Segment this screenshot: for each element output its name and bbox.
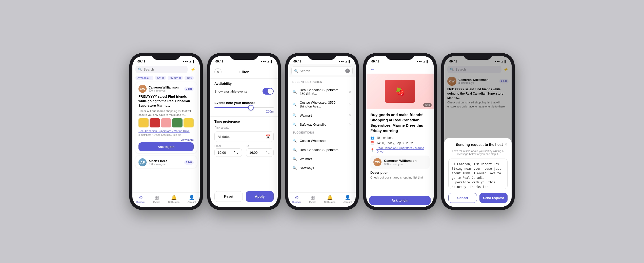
view-more[interactable]: View more: [135, 138, 197, 142]
grocery-img-3: [161, 118, 171, 127]
date-picker[interactable]: All dates 📅: [214, 132, 274, 142]
suggestion-2[interactable]: 🔍 Real Canadian Superstore: [288, 145, 356, 154]
ask-to-join-btn-4[interactable]: Ask to join: [369, 196, 431, 205]
delete-icon-1[interactable]: ✕: [349, 90, 352, 94]
from-value: 10:00: [218, 151, 226, 155]
suggestion-3[interactable]: 🔍 Walmart: [288, 154, 356, 163]
phone1-content: 🔍 ⚡ Available✕ Sat✕ >500m✕: [132, 64, 200, 192]
product-visual: 🍓: [385, 80, 415, 103]
reset-button[interactable]: Reset: [214, 191, 243, 202]
search-input-1[interactable]: [144, 68, 185, 71]
time-row: From 10:00 ⌃⌄ To 16:00 ⌃⌄: [214, 144, 274, 157]
nav-account-1[interactable]: 👤 Account: [188, 195, 196, 203]
search-input-3[interactable]: [300, 69, 344, 73]
nav-discover-1[interactable]: ⊙ Discover: [136, 195, 145, 203]
nav-events-1[interactable]: ▦ Events: [153, 195, 160, 203]
event-location[interactable]: Real Canadian Superstore - Marine Drive: [376, 146, 430, 154]
nav-notif-3[interactable]: 🔔 Notification: [324, 195, 336, 203]
recent-item-3[interactable]: 🔍 Walmart ✕: [288, 111, 356, 120]
apply-button[interactable]: Apply: [246, 191, 274, 202]
delete-icon-2[interactable]: ✕: [349, 102, 352, 106]
delete-icon-4[interactable]: ✕: [349, 122, 352, 126]
availability-row: Show available events: [214, 88, 274, 95]
calendar-icon: 📅: [265, 134, 270, 139]
phones-container: 09:41 ●●● ▲ ▌ 🔍 ⚡ Available✕: [129, 53, 515, 210]
location-meta: 📍 Real Canadian Superstore - Marine Driv…: [370, 146, 430, 154]
location-icon: 📍: [370, 148, 374, 152]
detail-header: ←: [366, 64, 434, 74]
time-3: 09:41: [293, 60, 301, 63]
recent-item-4[interactable]: 🔍 Safeway Granville ✕: [288, 120, 356, 129]
from-chevron: ⌃⌄: [233, 151, 239, 155]
filter-button-1[interactable]: ⚡: [190, 66, 197, 73]
delete-icon-3[interactable]: ✕: [349, 113, 352, 117]
nav-account-label-3: Account: [344, 201, 352, 203]
tag-available[interactable]: Available✕: [135, 76, 153, 80]
suggestion-1[interactable]: 🔍 Costco Wholesale: [288, 136, 356, 145]
phone1: 09:41 ●●● ▲ ▌ 🔍 ⚡ Available✕: [129, 53, 203, 210]
nav-events-3[interactable]: ▦ Events: [309, 195, 316, 203]
tag-sat[interactable]: Sat✕: [155, 76, 166, 80]
send-request-btn[interactable]: Send request: [479, 193, 508, 203]
image-counter: 1/10: [423, 103, 432, 107]
tag-time[interactable]: 10:0: [185, 76, 194, 80]
cameron-info: Cameron Williamson 900m from you: [149, 86, 182, 92]
recent-item-1[interactable]: 🔍 Real Canadian Superstore, 350 SE M... …: [288, 85, 356, 98]
availability-toggle[interactable]: [263, 88, 274, 95]
nav-account-3[interactable]: 👤 Account: [344, 195, 352, 203]
card1-header: CW Cameron Williamson 900m from you 2 le…: [135, 82, 197, 94]
grocery-img-1: [138, 118, 149, 127]
pick-date-label: Pick a date: [214, 126, 274, 129]
notif-icon-3: 🔔: [327, 195, 333, 200]
wifi-icon-4: ▲: [423, 60, 426, 63]
from-select[interactable]: 10:00 ⌃⌄: [214, 148, 242, 157]
card2-badge: 2 left: [184, 160, 194, 165]
cancel-request-btn[interactable]: Cancel: [448, 193, 477, 203]
availability-section: Availability Show available events: [210, 78, 278, 98]
notch3: [308, 53, 336, 60]
avatar-albert: AF: [138, 158, 147, 166]
status-icons-4: ●●● ▲ ▌: [417, 60, 429, 63]
toggle-knob: [268, 89, 273, 94]
nav-discover-3[interactable]: ⊙ Discover: [292, 195, 301, 203]
phone3: 09:41 ●●● ▲ ▌ 🔍 ✕ Recent searches 🔍: [285, 53, 359, 210]
search-bar-1[interactable]: 🔍: [135, 66, 188, 73]
notch1: [152, 53, 180, 60]
tags-row: Available✕ Sat✕ >500m✕ 10:0: [132, 75, 200, 82]
tag-distance[interactable]: >500m✕: [168, 76, 183, 80]
filter-close-btn[interactable]: ✕: [214, 68, 222, 75]
search-full-bar-3[interactable]: 🔍 ✕: [291, 66, 353, 75]
detail-content: Buy goods and make friends! Shopping at …: [366, 109, 434, 196]
distance-slider[interactable]: 250m: [214, 107, 274, 113]
grocery-img-5: [184, 118, 194, 127]
ask-to-join-btn-1[interactable]: Ask to join: [138, 142, 194, 151]
bottom-nav-3: ⊙ Discover ▦ Events 🔔 Notification 👤 Acc…: [288, 192, 356, 207]
time-pref-title: Time preference: [214, 120, 274, 123]
host-name: Cameron Williamson: [384, 159, 427, 163]
nav-notif-1[interactable]: 🔔 Notification: [168, 195, 180, 203]
cameron-name: Cameron Williamson: [149, 86, 182, 89]
search-hist-icon-4: 🔍: [292, 122, 297, 126]
phone2: 09:41 ●●● ▲ ▌ ✕ Filter Availability Show…: [207, 53, 281, 210]
distance-title: Events near your distance: [214, 101, 274, 105]
card1-link[interactable]: Real Canadian Superstore - Marine Drive: [135, 129, 197, 134]
modal-message[interactable]: Hi Cameron, I'm Robert Fox, living near …: [448, 159, 508, 189]
phone4: 09:41 ●●● ▲ ▌ ← 🍓 1/10 Buy goods and mak…: [363, 53, 437, 210]
nav-notif-label-1: Notification: [168, 201, 180, 203]
card1-title: FRIDAYYYY sales! Find friends while goin…: [135, 94, 197, 109]
suggestions-title: Suggestions: [288, 131, 356, 136]
modal-close-btn[interactable]: ✕: [504, 142, 508, 147]
events-icon-1: ▦: [155, 195, 159, 200]
suggestion-4[interactable]: 🔍 Safeways: [288, 163, 356, 172]
wifi-icon-3: ▲: [345, 60, 348, 63]
filter-footer: Reset Apply: [210, 188, 278, 207]
recent-item-2[interactable]: 🔍 Costco Wholesale, 3550 Brington Ave...…: [288, 98, 356, 111]
back-button[interactable]: ←: [370, 67, 375, 72]
status-icons-2: ●●● ▲ ▌: [261, 60, 273, 63]
to-select[interactable]: 16:00 ⌃⌄: [246, 148, 274, 157]
slider-track: [214, 107, 274, 108]
albert-name: Albert Flores: [149, 159, 182, 163]
wifi-icon-2: ▲: [267, 60, 270, 63]
search-clear-btn[interactable]: ✕: [345, 69, 350, 73]
signal-icon-3: ●●●: [339, 60, 344, 63]
